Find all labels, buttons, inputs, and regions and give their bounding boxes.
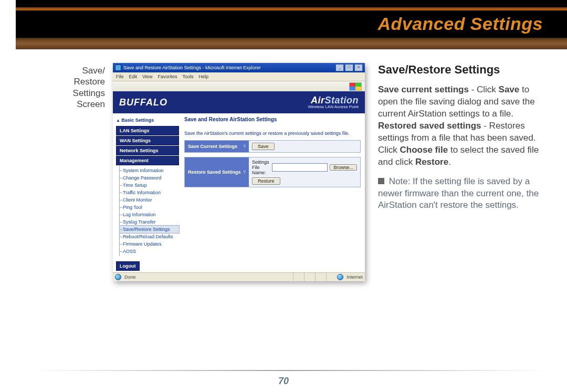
breadcrumb[interactable]: Basic Settings [116, 118, 179, 123]
nav-wan-settings[interactable]: WAN Settings [116, 136, 179, 145]
nav-syslog-transfer[interactable]: Syslog Transfer [120, 218, 179, 226]
note-bullet-icon [378, 178, 384, 184]
nav-change-password[interactable]: Change Password [120, 174, 179, 182]
logo-subtitle: Wireless LAN Access Point [308, 105, 359, 109]
text: - Click [469, 84, 499, 94]
bold-text: Restored saved settings [378, 121, 481, 131]
nav-ping-tool[interactable]: Ping Tool [120, 204, 179, 211]
row-label: Restore Saved Settings [188, 169, 241, 175]
minimize-button[interactable]: _ [335, 64, 344, 71]
page-number: 70 [0, 376, 567, 387]
main-title: Save and Restore AirStation Settings [184, 116, 361, 122]
nav-save-restore-settings[interactable]: Save/Restore Settings [120, 226, 179, 233]
nav-reboot-reload-defaults[interactable]: Reboot/Reload Defaults [120, 233, 179, 240]
buffalo-logo: BUFFALO [119, 97, 167, 108]
toolbar [113, 81, 365, 92]
status-bar: Done Internet [113, 272, 365, 281]
logo-station: Station [325, 95, 359, 105]
windows-flag-icon [349, 82, 362, 91]
airstation-logo: AirStation Wireless LAN Access Point [308, 96, 359, 109]
page-header: BUFFALO AirStation Wireless LAN Access P… [113, 91, 365, 113]
caption-line: Screen [77, 99, 105, 109]
caption-line: Save/ [82, 66, 105, 76]
caption-line: Settings [73, 88, 105, 98]
top-bar [0, 0, 567, 7]
logo-air: Air [311, 95, 325, 105]
browse-button[interactable]: Browse... [330, 164, 357, 171]
nav-management[interactable]: Management [116, 156, 179, 165]
nav-firmware-updates[interactable]: Firmware Updates [120, 240, 179, 248]
sidebar-nav: Basic Settings LAN Settings WAN Settings… [113, 113, 179, 273]
file-label: Settings File Name: [252, 160, 270, 175]
window-title: Save and Restore AirStation Settings - M… [123, 65, 261, 70]
row-save-current: Save Current Settings? Save [184, 140, 361, 153]
paragraph-save: Save current settings - Click Save to op… [378, 84, 546, 168]
menu-file[interactable]: File [116, 74, 124, 79]
bold-text: Save current settings [378, 84, 469, 94]
status-internet: Internet [346, 274, 363, 280]
nav-logout[interactable]: Logout [116, 261, 140, 271]
ie-icon [115, 65, 121, 71]
menu-tools[interactable]: Tools [182, 74, 193, 79]
body-text: Save/Restore Settings Save current setti… [378, 63, 546, 219]
figure-caption: Save/ Restore Settings Screen [0, 65, 105, 110]
globe-icon [337, 274, 343, 280]
menu-favorites[interactable]: Favorites [158, 74, 177, 79]
maximize-button[interactable]: □ [345, 64, 353, 71]
status-done: Done [124, 274, 136, 280]
restore-button[interactable]: Restore [252, 177, 280, 185]
main-panel: Save and Restore AirStation Settings Sav… [179, 113, 365, 273]
menu-help[interactable]: Help [198, 74, 208, 79]
nav-aoss[interactable]: AOSS [120, 248, 179, 255]
save-button[interactable]: Save [252, 143, 275, 150]
footer-rule [32, 370, 546, 371]
text: . [448, 157, 451, 167]
nav-traffic-information[interactable]: Traffic Information [120, 189, 179, 196]
bold-text: Save [499, 84, 520, 94]
section-title: Save/Restore Settings [378, 63, 546, 77]
note-paragraph: Note: If the setting file is saved by a … [378, 176, 546, 212]
window-titlebar: Save and Restore AirStation Settings - M… [113, 63, 365, 72]
row-restore-saved: Restore Saved Settings? Settings File Na… [184, 157, 361, 187]
menu-bar: File Edit View Favorites Tools Help [113, 72, 365, 81]
page-heading: Advanced Settings [377, 14, 543, 34]
nav-time-setup[interactable]: Time Setup [120, 182, 179, 189]
browser-content: BUFFALO AirStation Wireless LAN Access P… [113, 91, 365, 273]
left-white-margin [0, 0, 16, 49]
bold-text: Restore [415, 157, 448, 167]
caption-line: Restore [74, 77, 105, 87]
nav-client-monitor[interactable]: Client Monitor [120, 196, 179, 204]
menu-edit[interactable]: Edit [129, 74, 138, 79]
help-icon[interactable]: ? [243, 144, 246, 149]
settings-file-input[interactable] [272, 163, 328, 172]
help-icon[interactable]: ? [243, 169, 246, 175]
title-area: Advanced Settings [0, 10, 567, 38]
bold-text: Choose file [400, 145, 448, 155]
brown-strip [0, 38, 567, 49]
globe-icon [115, 274, 121, 280]
screenshot-window: Save and Restore AirStation Settings - M… [113, 63, 365, 281]
nav-network-settings[interactable]: Network Settings [116, 146, 179, 155]
row-label: Save Current Settings [188, 144, 237, 149]
nav-submenu: System Information Change Password Time … [119, 166, 179, 256]
note-label: Note: [389, 176, 411, 186]
nav-lan-settings[interactable]: LAN Settings [116, 126, 179, 135]
close-button[interactable]: × [354, 64, 363, 71]
nav-log-information[interactable]: Log Information [120, 211, 179, 218]
menu-view[interactable]: View [142, 74, 152, 79]
nav-system-information[interactable]: System Information [120, 167, 179, 174]
main-instruction: Save the AirStation's current settings o… [184, 131, 361, 136]
